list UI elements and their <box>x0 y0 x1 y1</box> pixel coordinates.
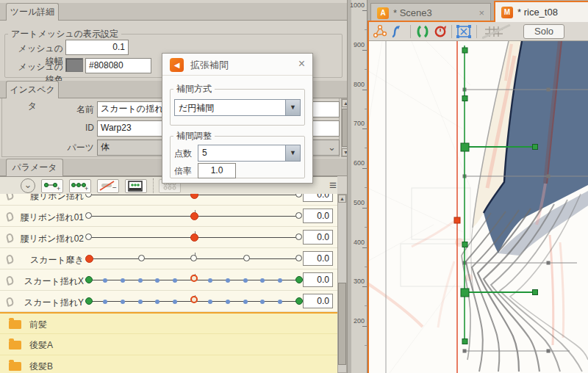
scale-input[interactable]: 1.0 <box>198 163 236 178</box>
interp-adjust-title: 補間調整 <box>173 130 215 142</box>
grid-toggle-icon[interactable] <box>482 24 512 39</box>
slider-green-handle[interactable] <box>85 276 93 283</box>
close-icon[interactable]: × <box>298 57 305 70</box>
add-3point-key-button[interactable]: + <box>69 179 91 193</box>
svg-text:−: − <box>112 184 117 192</box>
slider-blue-handle[interactable] <box>226 300 230 304</box>
parameter-value[interactable]: 0.0 <box>303 194 333 202</box>
slider-open-handle[interactable] <box>190 255 197 261</box>
active-doc-border <box>368 21 494 22</box>
slider-open-handle[interactable] <box>85 212 92 219</box>
slider-blue-handle[interactable] <box>138 300 143 304</box>
interp-method-select[interactable]: だ円補間 ▼ <box>174 99 301 116</box>
slider-blue-handle[interactable] <box>173 300 177 304</box>
slider-open-handle[interactable] <box>295 212 302 219</box>
slider-blue-handle[interactable] <box>103 278 107 283</box>
parameter-folder-row[interactable]: 前髪 <box>0 312 337 333</box>
slider-blue-handle[interactable] <box>260 278 265 283</box>
parameter-folder-row[interactable]: 後髪A <box>0 333 337 355</box>
parameter-value[interactable]: 0.0 <box>303 251 333 266</box>
parameter-value[interactable]: 0.0 <box>303 230 333 245</box>
onion-skin-icon[interactable] <box>415 25 431 38</box>
reset-rotate-icon[interactable] <box>432 25 448 38</box>
slider-blue-handle[interactable] <box>121 300 125 304</box>
slider-blue-handle[interactable] <box>278 300 282 304</box>
dialog-titlebar[interactable]: ◀ 拡張補間 × <box>162 54 312 76</box>
slider-red-handle[interactable] <box>190 233 198 242</box>
slider-blue-handle[interactable] <box>243 278 248 283</box>
bounding-box-icon[interactable] <box>456 25 472 38</box>
slider-open-handle[interactable] <box>295 255 302 261</box>
slider-ring-handle[interactable] <box>190 275 198 282</box>
tab-tool-detail[interactable]: ツール詳細 <box>6 3 59 21</box>
model-viewport[interactable] <box>368 41 588 373</box>
parameter-scroll-thumb[interactable] <box>338 283 346 365</box>
close-icon[interactable]: × <box>478 7 484 18</box>
parameter-label: スカート靡き <box>19 254 84 267</box>
parameter-label: 腰リボン揺れ01 <box>19 211 84 224</box>
slider-blue-handle[interactable] <box>243 300 248 304</box>
parameter-slider[interactable] <box>90 206 300 227</box>
points-select[interactable]: 5 ▼ <box>198 145 301 162</box>
slider-blue-handle[interactable] <box>208 300 212 304</box>
parameter-slider[interactable] <box>90 269 300 291</box>
svg-text:+: + <box>57 185 60 192</box>
slider-green-handle[interactable] <box>295 297 303 305</box>
slider-open-handle[interactable] <box>243 255 250 261</box>
dropdown-arrow-icon[interactable]: ▼ <box>285 145 300 161</box>
slider-open-handle[interactable] <box>85 194 92 198</box>
slider-green-handle[interactable] <box>85 297 93 305</box>
red-handle[interactable] <box>454 217 460 223</box>
slider-green-handle[interactable] <box>295 276 303 283</box>
collapse-all-icon[interactable]: ⌄ <box>21 178 35 193</box>
slider-red-handle[interactable] <box>190 194 198 199</box>
slider-blue-handle[interactable] <box>260 300 265 304</box>
mesh-line-color-swatch[interactable] <box>65 58 83 72</box>
parameter-menu-icon[interactable]: ≡ <box>329 179 337 192</box>
ruler-tick <box>365 29 367 30</box>
slider-blue-handle[interactable] <box>155 278 159 283</box>
slider-open-handle[interactable] <box>138 255 145 261</box>
parameter-value[interactable]: 0.0 <box>303 294 333 308</box>
slider-blue-handle[interactable] <box>278 278 282 283</box>
slider-blue-handle[interactable] <box>173 278 177 283</box>
scroll-up-icon[interactable]: ▲ <box>338 195 346 203</box>
add-2point-key-button[interactable]: + <box>41 179 63 193</box>
slider-blue-handle[interactable] <box>121 278 125 283</box>
slider-blue-handle[interactable] <box>155 300 159 304</box>
parameter-value[interactable]: 0.0 <box>303 272 333 287</box>
parameter-slider[interactable] <box>90 248 300 269</box>
slider-red-handle[interactable] <box>190 212 198 220</box>
mesh-line-width-input[interactable]: 0.1 <box>65 40 129 55</box>
curve-tool-icon[interactable] <box>390 25 406 38</box>
slider-open-handle[interactable] <box>85 233 92 240</box>
slider-open-handle[interactable] <box>295 233 302 240</box>
parameter-slider[interactable] <box>90 227 300 248</box>
extended-interpolation-dialog: ◀ 拡張補間 × 補間方式 だ円補間 ▼ 補間調整 点数 5 ▼ 倍率 1.0 <box>162 53 313 184</box>
slider-blue-handle[interactable] <box>226 278 230 283</box>
parameter-slider[interactable] <box>90 291 300 312</box>
mesh-edit-icon[interactable] <box>372 25 388 38</box>
slider-blue-handle[interactable] <box>208 278 212 283</box>
slider-ring-handle[interactable] <box>190 296 198 303</box>
parameter-slider[interactable] <box>90 194 300 206</box>
solo-button[interactable]: Solo <box>523 24 564 39</box>
slider-blue-handle[interactable] <box>138 278 143 283</box>
remove-key-button[interactable]: − <box>97 179 119 193</box>
dropdown-arrow-icon[interactable]: ▼ <box>285 100 300 115</box>
name-label: 名前 <box>44 104 94 116</box>
tab-inspector[interactable]: インスペクタ <box>6 81 59 98</box>
tab-rice-t08[interactable]: M * rice_t08 <box>494 1 588 22</box>
parts-select-value: 体 <box>101 142 110 152</box>
mesh-line-color-input[interactable]: #808080 <box>85 58 151 73</box>
tab-parameter[interactable]: パラメータ <box>6 159 63 176</box>
parameter-value[interactable]: 0.0 <box>303 209 333 223</box>
slider-blue-handle[interactable] <box>103 300 107 304</box>
key-edit-panel-button[interactable] <box>125 179 147 193</box>
key-panel-icon <box>126 181 146 192</box>
parameter-scrollbar[interactable]: ▲ <box>337 194 347 373</box>
tab-scene3[interactable]: A * Scene3 × <box>370 3 491 22</box>
slider-open-handle[interactable] <box>295 194 302 198</box>
parameter-folder-row[interactable]: 後髪B <box>0 355 337 373</box>
slider-red-handle[interactable] <box>85 255 93 263</box>
